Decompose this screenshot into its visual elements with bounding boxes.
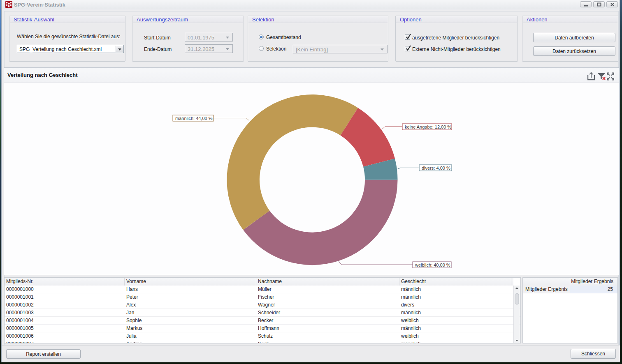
svg-text:keine Angabe: 12,00 %: keine Angabe: 12,00 % [405,124,451,129]
svg-text:männlich: 44,00 %: männlich: 44,00 % [175,116,213,121]
svg-text:divers: 4,00 %: divers: 4,00 % [422,166,450,170]
svg-text:weiblich: 40,00 %: weiblich: 40,00 % [415,263,450,267]
